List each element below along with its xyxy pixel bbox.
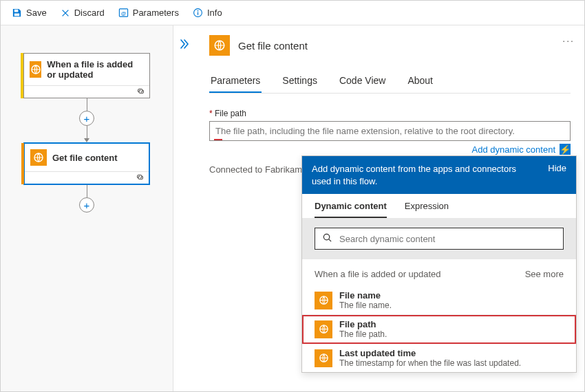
trigger-footer xyxy=(24,85,149,98)
dc-item-title: File path xyxy=(339,319,387,329)
trigger-node[interactable]: When a file is added or updated xyxy=(23,53,150,98)
save-icon xyxy=(12,8,22,18)
svg-line-9 xyxy=(329,239,331,241)
discard-button[interactable]: Discard xyxy=(54,5,111,21)
parameters-button[interactable]: @ Parameters xyxy=(111,5,186,21)
tab-parameters[interactable]: Parameters xyxy=(209,75,262,93)
ftp-icon xyxy=(315,349,332,367)
dc-item-desc: The file name. xyxy=(339,301,392,310)
parameters-icon: @ xyxy=(118,8,129,18)
file-path-label: * File path xyxy=(209,109,571,118)
dc-item-last-updated[interactable]: Last updated time The timestamp for when… xyxy=(302,344,576,372)
popup-tab-expression[interactable]: Expression xyxy=(405,201,449,218)
detail-title: Get file content xyxy=(238,40,308,52)
file-path-input[interactable] xyxy=(209,121,571,141)
svg-point-3 xyxy=(198,10,199,12)
parameters-label: Parameters xyxy=(133,8,179,18)
lightning-icon[interactable]: ⚡ xyxy=(560,144,571,155)
discard-label: Discard xyxy=(74,8,105,18)
ftp-icon xyxy=(30,149,47,166)
dynamic-content-popup: Add dynamic content from the apps and co… xyxy=(301,155,577,373)
dc-item-desc: The timestamp for when the file was last… xyxy=(339,358,521,368)
add-dynamic-content-link[interactable]: Add dynamic content xyxy=(472,144,555,155)
hide-popup-link[interactable]: Hide xyxy=(548,163,566,173)
action-title: Get file content xyxy=(52,153,118,163)
trigger-accent-bar xyxy=(21,53,23,98)
info-icon xyxy=(193,8,203,18)
add-step-button[interactable]: + xyxy=(79,111,94,126)
action-node[interactable]: Get file content xyxy=(23,142,150,185)
action-accent-bar xyxy=(21,143,24,184)
discard-icon xyxy=(61,8,70,18)
svg-text:@: @ xyxy=(120,10,126,17)
popup-banner-text: Add dynamic content from the apps and co… xyxy=(312,163,518,187)
save-button[interactable]: Save xyxy=(5,5,54,21)
tab-code-view[interactable]: Code View xyxy=(338,75,387,93)
search-icon xyxy=(322,232,332,245)
spell-underline xyxy=(214,139,222,140)
save-label: Save xyxy=(26,8,47,18)
ftp-icon xyxy=(209,35,230,56)
dc-item-desc: The file path. xyxy=(339,329,387,339)
link-icon xyxy=(136,87,145,98)
dc-item-file-path[interactable]: File path The file path. xyxy=(302,315,576,344)
info-button[interactable]: Info xyxy=(186,5,229,21)
detail-tabs: Parameters Settings Code View About xyxy=(209,75,571,94)
tab-settings[interactable]: Settings xyxy=(281,75,319,93)
connector-end: + xyxy=(1,185,173,213)
toolbar: Save Discard @ Parameters Info xyxy=(1,1,584,25)
popup-tab-dynamic-content[interactable]: Dynamic content xyxy=(315,201,387,218)
add-step-button-end[interactable]: + xyxy=(79,197,94,213)
dc-section-title: When a file is added or updated xyxy=(315,269,441,279)
info-label: Info xyxy=(207,8,222,18)
ftp-icon xyxy=(315,320,332,338)
action-footer xyxy=(25,171,149,184)
link-icon xyxy=(136,173,145,184)
connector: + xyxy=(1,98,173,142)
ftp-icon xyxy=(30,61,41,78)
search-input[interactable] xyxy=(339,234,556,244)
designer-canvas[interactable]: When a file is added or updated + Get fi… xyxy=(1,25,173,392)
search-box[interactable] xyxy=(315,228,564,250)
tab-about[interactable]: About xyxy=(406,75,434,93)
dc-item-title: File name xyxy=(339,290,392,301)
popup-tabs: Dynamic content Expression xyxy=(302,194,576,218)
svg-point-8 xyxy=(323,234,329,239)
see-more-link[interactable]: See more xyxy=(525,269,564,279)
dc-item-file-name[interactable]: File name The file name. xyxy=(302,286,576,315)
svg-rect-4 xyxy=(198,12,198,15)
dc-item-title: Last updated time xyxy=(339,348,521,358)
trigger-title: When a file is added or updated xyxy=(47,59,144,80)
ftp-icon xyxy=(315,292,332,309)
